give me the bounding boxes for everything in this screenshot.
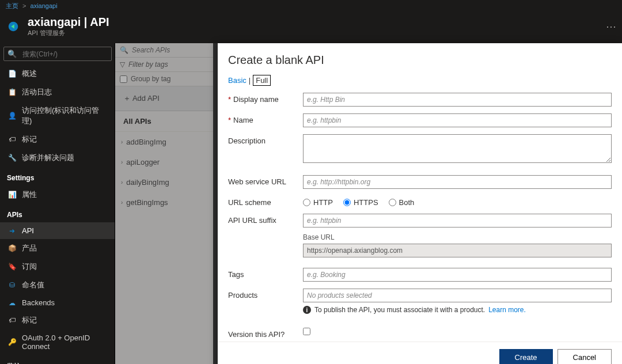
nav-label: 诊断并解决问题 [22, 153, 74, 163]
named-values-icon: ⛁ [8, 281, 16, 289]
nav-label: 标记 [22, 134, 37, 145]
display-name-input[interactable] [303, 93, 612, 107]
products-icon: 📦 [8, 244, 16, 252]
wrench-icon: 🔧 [8, 154, 16, 162]
nav-backends[interactable]: ☁Backends [0, 294, 115, 311]
radio-label: HTTPS [354, 198, 378, 207]
learn-more-link[interactable]: Learn more. [488, 306, 526, 314]
nav-label: 访问控制(标识和访问管理) [22, 105, 107, 126]
info-text: To publish the API, you must associate i… [314, 306, 485, 314]
nav-label: 标记 [22, 315, 37, 325]
nav-label: 活动日志 [22, 87, 52, 97]
apim-service-icon [6, 19, 21, 34]
label-api-url-suffix: API URL suffix [228, 216, 276, 225]
nav-tags[interactable]: 🏷标记 [0, 130, 115, 149]
label-tags: Tags [228, 270, 244, 279]
activity-icon: 📋 [8, 88, 16, 96]
monitor-heading: 监控 [0, 355, 115, 364]
name-input[interactable] [303, 113, 612, 127]
nav-diagnose[interactable]: 🔧诊断并解决问题 [0, 149, 115, 167]
breadcrumb-current[interactable]: axiangapi [31, 2, 58, 9]
nav-oauth[interactable]: 🔑OAuth 2.0 + OpenID Connect [0, 329, 115, 355]
tags-input[interactable] [303, 268, 612, 282]
radio-both-input[interactable] [389, 199, 396, 206]
iam-icon: 👤 [8, 112, 16, 120]
breadcrumb-sep: > [22, 2, 26, 9]
create-button[interactable]: Create [499, 349, 553, 364]
sidebar-search[interactable]: 🔍 [3, 47, 112, 61]
breadcrumb: 主页 > axiangapi [0, 0, 622, 12]
subscription-icon: 🔖 [8, 263, 16, 271]
key-icon: 🔑 [8, 338, 16, 346]
radio-label: HTTP [313, 198, 333, 207]
radio-http[interactable]: HTTP [303, 198, 333, 207]
nav-products[interactable]: 📦产品 [0, 239, 115, 257]
blade-tabs: Basic | Full [218, 70, 622, 93]
cancel-button[interactable]: Cancel [557, 349, 612, 364]
nav-label: 属性 [22, 189, 37, 200]
label-name: Name [233, 116, 253, 124]
nav-label: 概述 [22, 69, 37, 79]
version-api-checkbox[interactable] [303, 328, 310, 335]
nav-activity-log[interactable]: 📋活动日志 [0, 83, 115, 101]
nav-subscriptions[interactable]: 🔖订阅 [0, 257, 115, 276]
label-version-api: Version this API? [228, 330, 285, 339]
radio-https[interactable]: HTTPS [343, 198, 378, 207]
label-url-scheme: URL scheme [228, 198, 271, 207]
api-url-suffix-input[interactable] [303, 214, 612, 227]
nav-label: API [22, 226, 34, 235]
label-web-service-url: Web service URL [228, 177, 286, 186]
tag-icon: 🏷 [8, 316, 16, 324]
settings-heading: Settings [0, 167, 115, 185]
required-asterisk: * [228, 116, 231, 124]
info-icon: i [303, 306, 311, 314]
sidebar-search-input[interactable] [20, 48, 111, 60]
tab-full[interactable]: Full [253, 75, 271, 86]
nav-tags-apis[interactable]: 🏷标记 [0, 311, 115, 329]
nav-label: Backends [22, 298, 55, 307]
overview-icon: 📄 [8, 70, 16, 78]
tab-basic[interactable]: Basic [228, 76, 246, 85]
nav-label: 产品 [22, 243, 37, 253]
nav-api[interactable]: ➜API [0, 222, 115, 239]
backends-icon: ☁ [8, 299, 16, 307]
create-api-blade: Create a blank API Basic | Full *Display… [218, 43, 622, 364]
radio-http-input[interactable] [303, 199, 310, 206]
description-input[interactable] [303, 134, 612, 163]
page-header: axiangapi | API API 管理服务 ⋯ [0, 12, 622, 43]
nav-access-control[interactable]: 👤访问控制(标识和访问管理) [0, 101, 115, 130]
breadcrumb-home[interactable]: 主页 [6, 2, 18, 9]
nav-label: 命名值 [22, 280, 44, 290]
apis-heading: APIs [0, 204, 115, 222]
url-scheme-radio-group: HTTP HTTPS Both [303, 196, 612, 207]
tag-icon: 🏷 [8, 135, 16, 143]
blade-footer: Create Cancel [218, 342, 622, 364]
radio-label: Both [399, 198, 415, 207]
label-products: Products [228, 291, 257, 299]
label-base-url: Base URL [303, 233, 612, 241]
tab-separator: | [249, 76, 251, 85]
nav-overview[interactable]: 📄概述 [0, 65, 115, 83]
label-display-name: Display name [233, 95, 279, 104]
nav-label: 订阅 [22, 261, 37, 272]
base-url-readonly: https://openapi.axiangblog.com [303, 244, 612, 257]
api-icon: ➜ [8, 227, 16, 235]
sidebar: 🔍 « 📄概述 📋活动日志 👤访问控制(标识和访问管理) 🏷标记 🔧诊断并解决问… [0, 43, 115, 364]
web-service-url-input[interactable] [303, 175, 612, 189]
required-asterisk: * [228, 95, 231, 104]
radio-https-input[interactable] [343, 199, 351, 206]
nav-properties[interactable]: 📊属性 [0, 185, 115, 204]
page-title: axiangapi | API [28, 16, 599, 29]
radio-both[interactable]: Both [389, 198, 415, 207]
properties-icon: 📊 [8, 191, 16, 199]
products-info: i To publish the API, you must associate… [303, 306, 612, 314]
nav-label: OAuth 2.0 + OpenID Connect [22, 333, 107, 351]
nav-named-values[interactable]: ⛁命名值 [0, 276, 115, 294]
page-subtitle: API 管理服务 [28, 29, 599, 37]
search-icon: 🔍 [4, 47, 20, 60]
label-description: Description [228, 136, 266, 145]
blade-title: Create a blank API [218, 43, 622, 70]
products-select[interactable]: No products selected [303, 289, 612, 302]
more-actions-button[interactable]: ⋯ [606, 20, 616, 33]
